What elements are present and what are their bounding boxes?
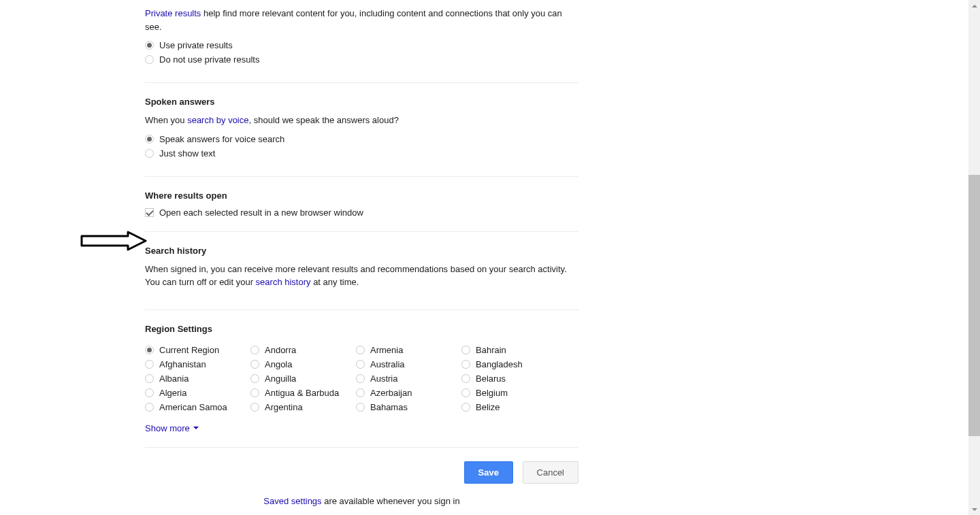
radio-label: Albania (159, 373, 189, 384)
radio-label: Austria (370, 373, 397, 384)
save-button[interactable]: Save (464, 461, 513, 484)
where-results-open-section: Where results open Open each selected re… (145, 190, 578, 232)
radio-icon (145, 403, 154, 412)
radio-label: Antigua & Barbuda (265, 388, 339, 398)
radio-icon (145, 346, 154, 354)
radio-icon (145, 360, 154, 369)
spoken-desc-before: When you (145, 115, 187, 125)
radio-icon (250, 360, 259, 369)
search-history-title: Search history (145, 246, 578, 256)
region-australia[interactable]: Australia (356, 359, 461, 369)
radio-label: Andorra (265, 345, 296, 355)
radio-show-text[interactable]: Just show text (145, 148, 578, 159)
search-by-voice-link[interactable]: search by voice (187, 115, 248, 125)
footer-after: are available whenever you sign in (322, 496, 460, 506)
show-more-link[interactable]: Show more (145, 423, 199, 433)
radio-label: Algeria (159, 388, 186, 398)
region-algeria[interactable]: Algeria (145, 388, 250, 398)
spoken-desc-after: , should we speak the answers aloud? (248, 115, 398, 125)
region-columns: Current Region Afghanistan Albania Alger… (145, 341, 578, 416)
radio-label: Bangladesh (476, 359, 523, 369)
button-row: Save Cancel (145, 461, 578, 484)
region-albania[interactable]: Albania (145, 373, 250, 384)
show-more-text: Show more (145, 423, 190, 433)
radio-label: Bahamas (370, 402, 408, 412)
open-new-window-checkbox-row[interactable]: Open each selected result in a new brows… (145, 207, 578, 218)
saved-settings-link[interactable]: Saved settings (263, 496, 321, 506)
radio-icon (461, 388, 470, 397)
region-andorra[interactable]: Andorra (250, 345, 356, 355)
scrollbar-down-button[interactable] (968, 503, 980, 515)
scrollbar-thumb[interactable] (968, 175, 980, 436)
scrollbar-track[interactable] (968, 0, 980, 515)
radio-label: Speak answers for voice search (159, 134, 284, 144)
region-belgium[interactable]: Belgium (461, 388, 567, 398)
radio-use-private[interactable]: Use private results (145, 40, 578, 50)
region-belarus[interactable]: Belarus (461, 373, 567, 384)
radio-label: Azerbaijan (370, 388, 412, 398)
radio-label: Belize (476, 402, 500, 412)
radio-label: Australia (370, 359, 405, 369)
radio-icon (250, 346, 259, 354)
region-american-samoa[interactable]: American Samoa (145, 402, 250, 412)
region-antigua-barbuda[interactable]: Antigua & Barbuda (250, 388, 356, 398)
private-results-desc-text: help find more relevant content for you,… (145, 8, 562, 32)
radio-donot-private[interactable]: Do not use private results (145, 54, 578, 65)
chevron-down-icon (972, 508, 977, 511)
region-afghanistan[interactable]: Afghanistan (145, 359, 250, 369)
radio-icon (145, 149, 154, 158)
region-azerbaijan[interactable]: Azerbaijan (356, 388, 461, 398)
region-bahamas[interactable]: Bahamas (356, 402, 461, 412)
footer-note: Saved settings are available whenever yo… (145, 496, 578, 506)
search-history-description: When signed in, you can receive more rel… (145, 263, 578, 289)
radio-label: Bahrain (476, 345, 506, 355)
radio-icon (145, 41, 154, 50)
radio-label: Anguilla (265, 373, 296, 384)
radio-label: Do not use private results (159, 54, 259, 65)
radio-icon (356, 374, 365, 383)
radio-label: Angola (265, 359, 292, 369)
radio-icon (461, 360, 470, 369)
checkbox-icon (145, 208, 154, 217)
radio-icon (145, 55, 154, 64)
where-results-open-title: Where results open (145, 190, 578, 201)
region-settings-title: Region Settings (145, 324, 578, 334)
region-austria[interactable]: Austria (356, 373, 461, 384)
radio-label: Armenia (370, 345, 403, 355)
region-current-region[interactable]: Current Region (145, 345, 250, 355)
region-armenia[interactable]: Armenia (356, 345, 461, 355)
radio-icon (250, 403, 259, 412)
radio-icon (356, 360, 365, 369)
scrollbar-up-button[interactable] (968, 0, 980, 12)
caret-down-icon (193, 427, 199, 429)
radio-speak-answers[interactable]: Speak answers for voice search (145, 134, 578, 144)
radio-label: Belgium (476, 388, 508, 398)
radio-icon (145, 135, 154, 144)
radio-label: Argentina (265, 402, 303, 412)
search-history-section: Search history When signed in, you can r… (145, 246, 578, 310)
radio-label: Just show text (159, 148, 215, 159)
region-bahrain[interactable]: Bahrain (461, 345, 567, 355)
radio-icon (356, 403, 365, 412)
spoken-answers-section: Spoken answers When you search by voice,… (145, 97, 578, 177)
cancel-button[interactable]: Cancel (523, 461, 578, 484)
private-results-description: Private results help find more relevant … (145, 7, 578, 33)
radio-icon (356, 346, 365, 354)
radio-label: Current Region (159, 345, 219, 355)
radio-label: Afghanistan (159, 359, 206, 369)
region-belize[interactable]: Belize (461, 402, 567, 412)
private-results-link[interactable]: Private results (145, 8, 201, 18)
arrow-annotation-icon (80, 231, 148, 251)
radio-icon (461, 374, 470, 383)
radio-icon (145, 374, 154, 383)
region-angola[interactable]: Angola (250, 359, 356, 369)
region-bangladesh[interactable]: Bangladesh (461, 359, 567, 369)
checkbox-label: Open each selected result in a new brows… (159, 207, 363, 218)
history-desc-after: at any time. (311, 277, 359, 287)
search-history-link[interactable]: search history (256, 277, 311, 287)
radio-icon (250, 388, 259, 397)
spoken-description: When you search by voice, should we spea… (145, 114, 578, 127)
radio-icon (461, 346, 470, 354)
region-anguilla[interactable]: Anguilla (250, 373, 356, 384)
region-argentina[interactable]: Argentina (250, 402, 356, 412)
